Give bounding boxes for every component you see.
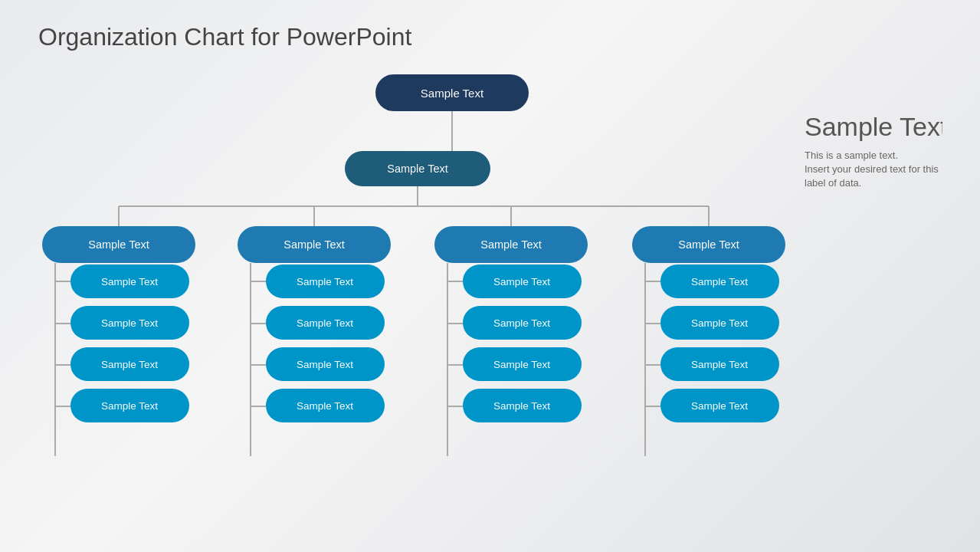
col2-header: Sample Text: [480, 238, 542, 251]
col3-sub3: Sample Text: [691, 359, 748, 370]
col2-sub1: Sample Text: [493, 276, 550, 288]
page: Organization Chart for PowerPoint Sample…: [0, 0, 980, 552]
level1-label: Sample Text: [387, 163, 448, 175]
col0-sub4: Sample Text: [101, 400, 158, 412]
col2-sub4: Sample Text: [493, 400, 550, 412]
sidebar-heading: Sample Text: [805, 112, 942, 141]
col2-sub3: Sample Text: [493, 359, 550, 370]
col3-header: Sample Text: [678, 238, 739, 251]
col0-sub1: Sample Text: [101, 276, 158, 288]
root-label: Sample Text: [421, 87, 484, 100]
sidebar-desc1: This is a sample text.: [805, 150, 898, 161]
col1-header: Sample Text: [284, 238, 345, 251]
col3-sub4: Sample Text: [691, 400, 748, 412]
col3-sub1: Sample Text: [691, 276, 748, 288]
col1-sub1: Sample Text: [297, 276, 353, 288]
col3-sub2: Sample Text: [691, 317, 748, 329]
col0-sub3: Sample Text: [101, 359, 158, 370]
chart-svg: Sample Text Sample Text Sample Text: [38, 67, 942, 534]
sidebar-desc2: Insert your desired text for this: [805, 163, 939, 175]
col2-sub2: Sample Text: [493, 317, 550, 329]
col1-sub2: Sample Text: [297, 317, 353, 329]
org-chart: Sample Text Sample Text Sample Text: [38, 67, 942, 534]
col0-sub2: Sample Text: [101, 317, 158, 329]
col1-sub3: Sample Text: [297, 359, 353, 370]
sidebar-desc3: label of data.: [805, 177, 861, 189]
col1-sub4: Sample Text: [297, 400, 353, 412]
page-title: Organization Chart for PowerPoint: [38, 23, 942, 51]
col0-header: Sample Text: [88, 238, 149, 251]
